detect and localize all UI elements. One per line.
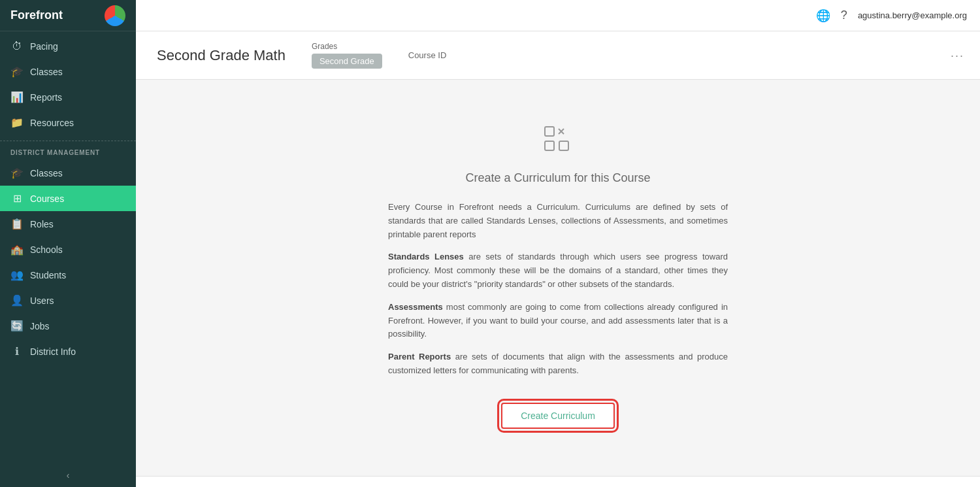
sidebar-item-schools[interactable]: 🏫 Schools	[0, 237, 136, 262]
sidebar-item-label: Roles	[30, 219, 54, 229]
sidebar-district-section: 🎓 Classes ⊞ Courses 📋 Roles 🏫 Schools 👥 …	[0, 158, 136, 367]
curriculum-body: Every Course in Forefront needs a Curric…	[388, 201, 728, 387]
pacing-icon: ⏱	[10, 41, 24, 52]
topbar: 🌐 ? agustina.berry@example.org	[136, 0, 980, 31]
sidebar-item-roles[interactable]: 📋 Roles	[0, 211, 136, 237]
curriculum-card: Create a Curriculum for this Course Ever…	[157, 101, 959, 455]
parent-reports-bold: Parent Reports	[388, 352, 451, 361]
students-icon: 👥	[10, 269, 24, 281]
reports-icon: 📊	[10, 91, 24, 103]
app-logo	[105, 5, 125, 26]
svg-rect-2	[559, 141, 568, 150]
curriculum-para-standards: Standards Lenses are sets of standards t…	[388, 250, 728, 291]
collapse-icon: ‹	[67, 470, 70, 480]
curriculum-section: Create a Curriculum for this Course Ever…	[136, 80, 980, 476]
jobs-icon: 🔄	[10, 320, 24, 332]
sidebar-item-label: Classes	[30, 168, 63, 178]
report-cards-section: Report Cards Create Report Card No repor…	[136, 476, 980, 487]
classes-top-icon: 🎓	[10, 65, 24, 78]
roles-icon: 📋	[10, 218, 24, 230]
course-id-label: Course ID	[408, 50, 447, 60]
users-icon: 👤	[10, 294, 24, 307]
sidebar: Forefront ⏱ Pacing 🎓 Classes 📊 Reports 📁…	[0, 0, 136, 487]
sidebar-item-label: Pacing	[30, 41, 58, 52]
standards-lenses-bold: Standards Lenses	[388, 252, 464, 261]
curriculum-para-assessments: Assessments most commonly are going to c…	[388, 301, 728, 341]
sidebar-header: Forefront	[0, 0, 136, 31]
sidebar-item-courses[interactable]: ⊞ Courses	[0, 186, 136, 211]
sidebar-item-resources[interactable]: 📁 Resources	[0, 110, 136, 135]
user-email: agustina.berry@example.org	[858, 10, 967, 20]
resources-icon: 📁	[10, 116, 24, 129]
curriculum-icon	[540, 122, 576, 161]
sidebar-item-label: District Info	[30, 346, 76, 357]
course-header: Second Grade Math Grades Second Grade Co…	[136, 31, 980, 80]
sidebar-item-jobs[interactable]: 🔄 Jobs	[0, 313, 136, 339]
curriculum-para-1: Every Course in Forefront needs a Curric…	[388, 201, 728, 241]
sidebar-item-label: Classes	[30, 67, 63, 77]
sidebar-item-reports[interactable]: 📊 Reports	[0, 84, 136, 110]
grade-badge[interactable]: Second Grade	[312, 54, 382, 69]
district-section-label: DISTRICT MANAGEMENT	[0, 144, 136, 158]
more-options-button[interactable]: ···	[951, 48, 964, 62]
help-icon[interactable]: ?	[841, 8, 847, 22]
main-content-area: 🌐 ? agustina.berry@example.org Second Gr…	[136, 0, 980, 487]
sidebar-collapse-button[interactable]: ‹	[0, 463, 136, 487]
create-curriculum-button[interactable]: Create Curriculum	[501, 403, 615, 429]
sidebar-item-label: Reports	[30, 92, 62, 103]
sidebar-item-label: Users	[30, 295, 54, 306]
curriculum-section-title: Create a Curriculum for this Course	[465, 171, 650, 185]
grades-label: Grades	[312, 42, 382, 51]
page-content: Second Grade Math Grades Second Grade Co…	[136, 31, 980, 487]
grades-section: Grades Second Grade	[312, 42, 382, 69]
sidebar-item-users[interactable]: 👤 Users	[0, 288, 136, 313]
curriculum-para-parent-reports: Parent Reports are sets of documents tha…	[388, 350, 728, 378]
sidebar-item-district-info[interactable]: ℹ District Info	[0, 339, 136, 364]
app-name: Forefront	[10, 8, 105, 22]
sidebar-item-label: Courses	[30, 193, 64, 204]
svg-rect-0	[545, 127, 554, 136]
globe-icon[interactable]: 🌐	[816, 8, 830, 23]
sidebar-item-classes-district[interactable]: 🎓 Classes	[0, 160, 136, 186]
course-title: Second Grade Math	[157, 47, 286, 64]
district-info-icon: ℹ	[10, 345, 24, 358]
sidebar-item-label: Schools	[30, 244, 63, 255]
schools-icon: 🏫	[10, 243, 24, 256]
classes-district-icon: 🎓	[10, 167, 24, 179]
assessments-bold: Assessments	[388, 302, 443, 312]
courses-icon: ⊞	[10, 192, 24, 205]
sidebar-item-label: Jobs	[30, 321, 50, 331]
svg-rect-1	[545, 141, 554, 150]
sidebar-item-pacing[interactable]: ⏱ Pacing	[0, 34, 136, 59]
sidebar-top-section: ⏱ Pacing 🎓 Classes 📊 Reports 📁 Resources	[0, 31, 136, 138]
sidebar-item-classes-top[interactable]: 🎓 Classes	[0, 59, 136, 84]
sidebar-item-students[interactable]: 👥 Students	[0, 262, 136, 288]
sidebar-item-label: Students	[30, 270, 66, 280]
sidebar-item-label: Resources	[30, 118, 74, 128]
sidebar-divider	[0, 141, 136, 141]
